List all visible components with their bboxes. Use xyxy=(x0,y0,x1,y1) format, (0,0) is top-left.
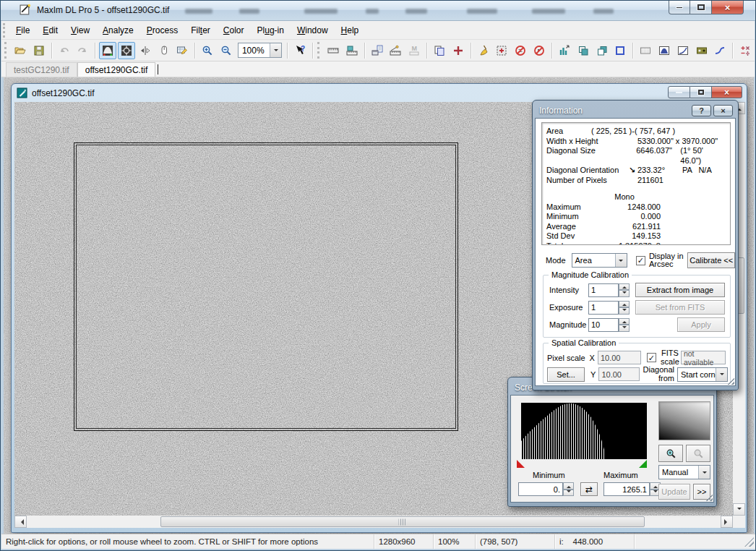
stretch-mode-dropdown-button[interactable] xyxy=(698,466,710,479)
menu-filter[interactable]: Filter xyxy=(184,22,217,38)
menu-analyze[interactable]: Analyze xyxy=(96,22,140,38)
title-bar[interactable]: MaxIm DL Pro 5 - offset1290GC.tif × xyxy=(1,1,755,21)
scroll-down-button[interactable] xyxy=(733,503,745,516)
bar-chart-icon[interactable] xyxy=(556,42,573,59)
image-minimize-button[interactable] xyxy=(668,86,690,98)
hot-pixel-removal-icon[interactable] xyxy=(494,42,511,59)
magnitude-ruler-icon[interactable]: M xyxy=(405,42,423,59)
send-backward-icon[interactable] xyxy=(593,42,611,59)
menu-edit[interactable]: Edit xyxy=(36,22,64,38)
menu-file[interactable]: File xyxy=(9,22,36,38)
statistics-panel: Area( 225, 251 )-( 757, 647 ) Width x He… xyxy=(541,122,731,245)
image-restore-button[interactable] xyxy=(690,86,712,98)
menu-window[interactable]: Window xyxy=(291,22,335,38)
flip-icon[interactable] xyxy=(137,42,154,59)
display-in-arcsec-checkbox[interactable]: ✓ xyxy=(636,256,645,265)
broom-icon[interactable] xyxy=(475,42,492,59)
tab-testgc1290[interactable]: testGC1290.tif xyxy=(6,62,77,77)
redo-icon[interactable] xyxy=(74,42,91,59)
bring-forward-icon[interactable] xyxy=(575,42,592,59)
pixel-scale-x-input[interactable]: 10.00 xyxy=(598,351,641,364)
minimum-input[interactable]: 0. xyxy=(518,482,563,496)
gradient-preview xyxy=(658,401,710,440)
display-properties-icon[interactable] xyxy=(173,42,191,59)
minimum-slider-handle[interactable] xyxy=(517,460,525,468)
levels-box-icon[interactable] xyxy=(693,42,710,59)
minimum-spinner[interactable] xyxy=(563,482,574,496)
disable-filter-icon[interactable] xyxy=(512,42,529,59)
diagonal-from-dropdown-button[interactable] xyxy=(716,368,727,381)
status-spacer xyxy=(635,534,756,549)
fits-scale-checkbox[interactable]: ✓ xyxy=(647,353,656,362)
disable-rotate-icon[interactable] xyxy=(531,42,548,59)
scroll-left-button[interactable] xyxy=(14,516,27,528)
undo-icon[interactable] xyxy=(56,42,73,59)
stretch-zoom-out-button[interactable] xyxy=(686,445,710,462)
information-title-bar[interactable]: Information ? × xyxy=(535,103,736,118)
screen-stretch-dialog[interactable]: Screen Stretch Minimum Maximum 0. ⇄ xyxy=(507,377,717,507)
ruler-icon[interactable] xyxy=(325,42,342,59)
extract-from-image-button[interactable]: Extract from image xyxy=(635,283,725,297)
frame-icon[interactable] xyxy=(611,42,629,59)
histogram-box-icon[interactable] xyxy=(656,42,673,59)
dual-ruler-icon[interactable] xyxy=(343,42,361,59)
mode-dropdown-button[interactable] xyxy=(615,254,627,267)
set-button[interactable]: Set... xyxy=(547,367,585,382)
information-dialog[interactable]: Information ? × Area( 225, 251 )-( 757, … xyxy=(532,100,739,390)
mouse-options-icon[interactable] xyxy=(155,42,173,59)
maximum-slider-handle[interactable] xyxy=(639,460,647,468)
menu-color[interactable]: Color xyxy=(217,22,251,38)
zoom-in-icon[interactable] xyxy=(199,42,216,59)
image-horizontal-scrollbar[interactable] xyxy=(14,516,733,528)
maximize-button[interactable] xyxy=(690,1,712,14)
swap-min-max-button[interactable]: ⇄ xyxy=(580,482,598,496)
zoom-out-icon[interactable] xyxy=(218,42,235,59)
menu-plugin[interactable]: Plug-in xyxy=(251,22,291,38)
selection-rectangle[interactable] xyxy=(74,142,458,431)
information-icon[interactable] xyxy=(118,42,135,59)
pixel-scale-y-input[interactable]: 10.00 xyxy=(598,367,639,381)
stretch-histogram[interactable] xyxy=(521,403,647,459)
horizontal-scroll-thumb[interactable] xyxy=(160,516,645,527)
magnitude-spinner[interactable] xyxy=(619,318,630,332)
image-close-button[interactable]: × xyxy=(712,86,742,98)
pixel-math-icon[interactable] xyxy=(736,42,754,59)
stretch-zoom-in-button[interactable] xyxy=(658,445,683,462)
update-button[interactable]: Update xyxy=(658,484,690,500)
magnitude-input[interactable]: 10 xyxy=(588,318,619,332)
context-help-icon[interactable]: ? xyxy=(291,42,309,59)
diagonal-size-angle: (1° 50' 46.0") xyxy=(680,146,726,166)
add-crosshair-icon[interactable] xyxy=(450,42,467,59)
zoom-dropdown-button[interactable] xyxy=(270,43,281,57)
document-ruler-icon[interactable] xyxy=(369,42,386,59)
apply-button[interactable]: Apply xyxy=(677,317,725,332)
menu-process[interactable]: Process xyxy=(140,22,184,38)
exposure-spinner[interactable] xyxy=(619,301,630,315)
menu-view[interactable]: View xyxy=(64,22,96,38)
scroll-right-button[interactable] xyxy=(721,516,733,528)
exposure-input[interactable]: 1 xyxy=(588,301,619,315)
save-icon[interactable] xyxy=(30,42,48,59)
minimize-button[interactable] xyxy=(669,1,690,14)
mode-select[interactable]: Area xyxy=(572,253,627,268)
dialog-help-button[interactable]: ? xyxy=(692,105,711,116)
close-button[interactable]: × xyxy=(712,1,744,14)
curves-box-icon[interactable] xyxy=(674,42,692,59)
screen-stretch-icon[interactable] xyxy=(99,42,116,59)
menu-help[interactable]: Help xyxy=(335,22,366,38)
background-pattern-icon[interactable] xyxy=(637,42,654,59)
tab-offset1290gc[interactable]: offset1290GC.tif xyxy=(77,62,156,77)
dialog-close-button[interactable]: × xyxy=(713,105,733,116)
maximum-input[interactable]: 1265.1 xyxy=(603,482,650,496)
gamma-curve-icon[interactable] xyxy=(711,42,729,59)
intensity-input[interactable]: 1 xyxy=(588,283,619,297)
calibrate-button[interactable]: Calibrate << xyxy=(687,252,735,268)
stretch-mode-select[interactable]: Manual xyxy=(658,465,710,479)
set-from-fits-button[interactable]: Set from FITS xyxy=(635,300,725,315)
copy-icon[interactable] xyxy=(431,42,448,59)
intensity-spinner[interactable] xyxy=(619,283,630,297)
open-icon[interactable] xyxy=(12,42,29,59)
angle-measure-icon[interactable] xyxy=(387,42,405,59)
diagonal-from-select[interactable]: Start corner xyxy=(677,367,728,382)
zoom-level-select[interactable]: 100% xyxy=(238,43,282,58)
